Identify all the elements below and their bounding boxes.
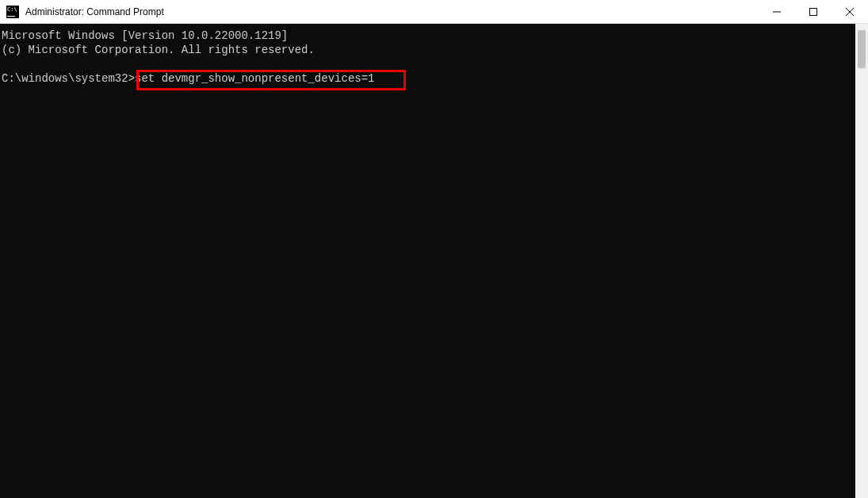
maximize-button[interactable]	[795, 0, 832, 23]
vertical-scrollbar[interactable]	[855, 24, 868, 498]
minimize-button[interactable]	[759, 0, 795, 23]
terminal-container: Microsoft Windows [Version 10.0.22000.12…	[0, 24, 868, 498]
terminal-line-version: Microsoft Windows [Version 10.0.22000.12…	[2, 29, 288, 42]
window-controls	[759, 0, 868, 23]
close-icon	[846, 8, 854, 16]
window-title: Administrator: Command Prompt	[25, 6, 759, 17]
terminal-prompt: C:\windows\system32>	[2, 72, 135, 85]
titlebar: Administrator: Command Prompt	[0, 0, 868, 24]
scroll-thumb[interactable]	[858, 30, 866, 68]
svg-rect-1	[810, 8, 817, 15]
terminal-output[interactable]: Microsoft Windows [Version 10.0.22000.12…	[0, 24, 855, 498]
close-button[interactable]	[832, 0, 868, 23]
terminal-line-copyright: (c) Microsoft Corporation. All rights re…	[2, 44, 315, 56]
minimize-icon	[773, 8, 781, 16]
terminal-command[interactable]: set devmgr_show_nonpresent_devices=1	[135, 72, 374, 85]
maximize-icon	[809, 8, 817, 16]
cmd-icon	[6, 6, 19, 18]
